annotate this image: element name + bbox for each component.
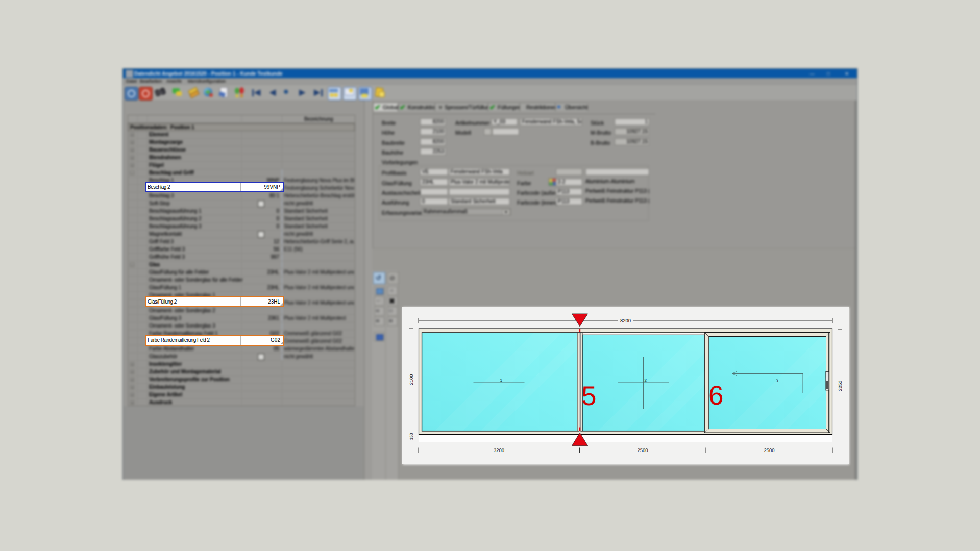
svg-text:8200: 8200 — [620, 318, 631, 324]
svg-text:5: 5 — [581, 381, 596, 411]
svg-text:2500: 2500 — [637, 448, 648, 454]
svg-text:2: 2 — [645, 378, 647, 383]
svg-text:2500: 2500 — [764, 448, 774, 454]
svg-text:3: 3 — [776, 379, 778, 383]
svg-text:3200: 3200 — [494, 448, 504, 454]
svg-text:6: 6 — [708, 381, 723, 411]
svg-text:1: 1 — [500, 378, 503, 383]
